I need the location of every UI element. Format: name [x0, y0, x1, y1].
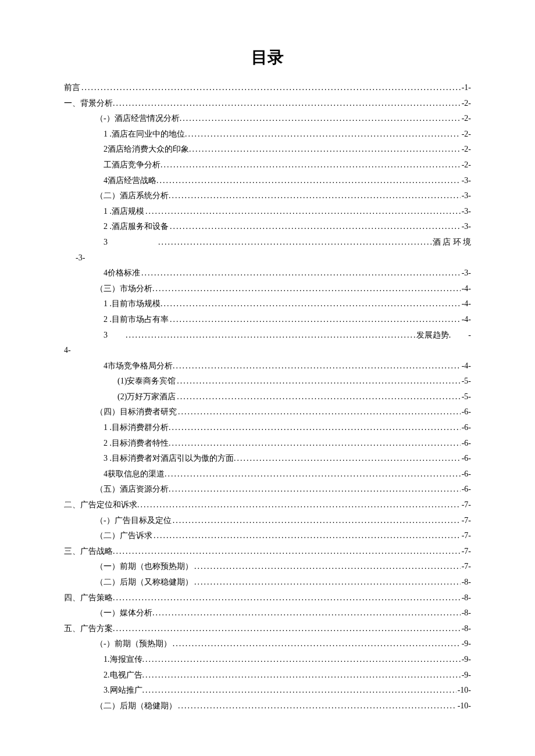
toc-page: -4-: [462, 296, 471, 312]
toc-dots: ........................................…: [194, 559, 461, 575]
toc-dots: ........................................…: [126, 328, 415, 343]
toc-page: -7-: [462, 497, 471, 513]
toc-entry: (2) 万好万家酒店..............................…: [64, 389, 471, 405]
toc-dots: ........................................…: [192, 142, 461, 157]
toc-page: -6-: [462, 404, 471, 420]
toc-dots: ........................................…: [164, 157, 461, 173]
toc-entry: 二、广告定位和诉求...............................…: [64, 497, 471, 513]
toc-entry: 3.......................................…: [64, 328, 471, 343]
toc-entry: 四、广告策略..................................…: [64, 590, 471, 606]
toc-entry: （-）酒店经营情况分析.............................…: [64, 111, 471, 127]
toc-prefix: 3.: [104, 683, 110, 698]
toc-dots: ........................................…: [173, 513, 461, 529]
toc-page: -4-: [462, 359, 471, 374]
toc-dots: ........................................…: [158, 235, 431, 250]
toc-prefix: 4: [104, 173, 108, 189]
toc-label: 酒店资源分析.: [120, 482, 171, 497]
toc-entry: （二）后期（又称稳健期）............................…: [64, 575, 471, 590]
toc-label: 广告目标及定位: [115, 513, 172, 529]
toc-dots: ........................................…: [170, 312, 461, 328]
toc-prefix: 二、: [64, 497, 80, 513]
toc-label: 市场分析.: [120, 281, 155, 297]
toc-dots: ........................................…: [177, 374, 460, 389]
toc-entry: 1 .目前市场规模...............................…: [64, 296, 471, 312]
toc-prefix: （一）: [95, 605, 120, 621]
toc-entry: （二）后期（稳健期）..............................…: [64, 698, 471, 714]
toc-page: -3-: [462, 204, 471, 220]
toc-prefix: 4: [104, 266, 108, 281]
toc-tail-label: 发展趋势.: [416, 328, 451, 343]
toc-page: -10-: [458, 683, 471, 698]
toc-page: -7-: [462, 544, 471, 560]
toc-entry: （四）目标消费者研究..............................…: [64, 404, 471, 420]
toc-label: 网站推广.: [110, 683, 145, 698]
toc-prefix: 1 .: [104, 204, 112, 220]
toc-label: 目标消费者对酒店引以为傲的方面.: [112, 451, 236, 467]
toc-dots: ........................................…: [172, 188, 461, 204]
toc-dots: ........................................…: [116, 544, 461, 560]
toc-prefix: 1 .: [104, 296, 112, 312]
toc-entry: 三、广告战略..................................…: [64, 544, 471, 560]
toc-dots: ........................................…: [178, 404, 461, 420]
toc-dots: ........................................…: [81, 80, 461, 96]
toc-prefix: （-）: [95, 513, 115, 529]
toc-entry: （-）广告目标及定位..............................…: [64, 513, 471, 529]
toc-page: -3-: [462, 219, 471, 235]
toc-page: -6-: [462, 467, 471, 482]
toc-prefix: （二）: [95, 528, 120, 544]
toc-dots: ........................................…: [237, 451, 461, 467]
toc-label: 酒店服务和设备: [112, 219, 169, 235]
toc-prefix: （三）: [95, 281, 120, 297]
toc-prefix: 五、: [64, 621, 80, 637]
toc-label: 目标消费者特性.: [112, 436, 171, 452]
toc-label: 广告诉求: [120, 528, 152, 544]
toc-prefix: 4: [104, 359, 108, 374]
toc-prefix: 2 .: [104, 312, 112, 328]
toc-label: 前言: [64, 80, 80, 96]
toc-page: -3-: [76, 253, 85, 262]
toc-prefix: 工: [104, 157, 112, 173]
toc-dots: ........................................…: [172, 482, 461, 497]
toc-dots: ........................................…: [145, 668, 461, 683]
toc-label: 安泰商务宾馆: [127, 374, 176, 389]
toc-entry: 4 价格标准..................................…: [64, 266, 471, 281]
toc-page: -3-: [462, 173, 471, 189]
toc-label: 广告方案.: [80, 621, 115, 637]
toc-entry-wrap: 4-: [64, 343, 471, 359]
toc-prefix: （二）: [95, 575, 120, 590]
toc-dots: ........................................…: [116, 590, 461, 606]
toc-prefix: (1): [117, 374, 127, 389]
toc-page: -6-: [462, 420, 471, 436]
toc-prefix: 1.: [104, 652, 110, 668]
toc-dots: ........................................…: [172, 436, 461, 452]
toc-prefix: 4: [104, 467, 108, 482]
toc-page: -2-: [462, 142, 471, 157]
toc-label: 酒店给消费大众的印象.: [108, 142, 191, 157]
toc-entry: 前言......................................…: [64, 80, 471, 96]
toc-label: 后期（又称稳健期）: [120, 575, 193, 590]
toc-entry: 一、背景分析..................................…: [64, 96, 471, 112]
toc-dots: ........................................…: [172, 420, 461, 436]
toc-label: 目前市场规模.: [112, 296, 163, 312]
toc-entry: （一）媒体分析.................................…: [64, 605, 471, 621]
toc-entry: 2 酒店给消费大众的印象............................…: [64, 142, 471, 157]
toc-container: 前言......................................…: [64, 80, 471, 714]
toc-label: 酒店在同业中的地位.: [112, 127, 187, 142]
toc-prefix: （五）: [95, 482, 120, 497]
toc-page: -8-: [462, 575, 471, 590]
toc-dots: ........................................…: [145, 683, 456, 698]
toc-dots: ........................................…: [177, 389, 460, 405]
toc-page: -1-: [462, 80, 471, 96]
toc-entry: （五）酒店资源分析...............................…: [64, 482, 471, 497]
toc-page: -8-: [462, 590, 471, 606]
toc-page: -5-: [462, 374, 471, 389]
toc-label: 酒店经营战略.: [108, 173, 159, 189]
toc-label: 价格标准: [108, 266, 140, 281]
toc-label: 海报宣传.: [110, 652, 145, 668]
toc-label: 前期（也称预热期）: [120, 559, 193, 575]
toc-entry: 3.......................................…: [64, 235, 471, 250]
toc-label: 酒店系统分析.: [120, 188, 171, 204]
toc-label: 广告定位和诉求.: [80, 497, 140, 513]
toc-entry: 3. 网站推广.................................…: [64, 683, 471, 698]
toc-page: -4-: [462, 281, 471, 297]
